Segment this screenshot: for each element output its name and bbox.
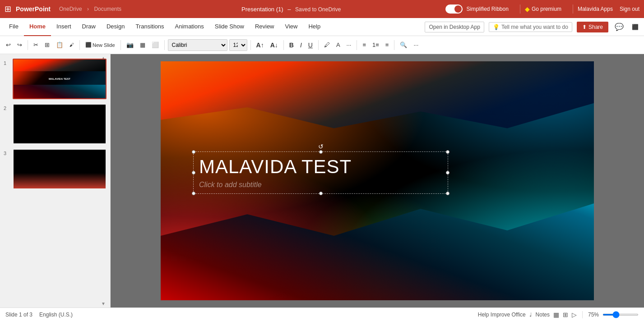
slide-1-thumbnail[interactable]: MALAVIDA TEST (13, 59, 107, 99)
tab-review[interactable]: Review (250, 18, 280, 36)
tab-home[interactable]: Home (24, 18, 51, 36)
cut-button[interactable]: ✂ (31, 40, 41, 50)
increase-font-button[interactable]: A↑ (254, 40, 266, 50)
simplified-ribbon-switch[interactable] (445, 5, 463, 14)
handle-top-right[interactable] (446, 150, 449, 154)
zoom-slider[interactable] (602, 314, 639, 316)
tab-transitions[interactable]: Transitions (130, 18, 169, 36)
align-button[interactable]: ≡ (383, 40, 391, 50)
go-premium-button[interactable]: ◆ Go premium (525, 5, 561, 13)
divider (520, 5, 520, 14)
app-grid-icon[interactable]: ⊞ (5, 4, 11, 14)
handle-top-left[interactable] (192, 150, 195, 154)
toolbar-sep-5 (250, 40, 251, 50)
open-desktop-button[interactable]: Open in Desktop App (425, 22, 484, 32)
slide-3-container: 3 (4, 149, 107, 189)
app-name: PowerPoint (16, 5, 51, 13)
share-label: Share (588, 24, 603, 30)
handle-middle-left[interactable] (192, 171, 195, 174)
tab-help[interactable]: Help (303, 18, 326, 36)
canvas-area: ↺ MALAVIDA TEST Click to add subtitle (111, 54, 644, 307)
onedrive-link[interactable]: OneDrive (59, 6, 82, 12)
more-toolbar-button[interactable]: ··· (411, 40, 421, 50)
toolbar-sep-2 (79, 40, 80, 50)
slide-1-number: 1 (4, 59, 10, 66)
slide-1-title-thumb: MALAVIDA TEST (49, 78, 70, 80)
crop-button[interactable]: ⬜ (149, 40, 161, 50)
search-box[interactable]: 💡 Tell me what you want to do (489, 22, 572, 32)
sign-out-button[interactable]: Sign out (620, 6, 639, 12)
slide-sorter-button[interactable]: ⊞ (563, 311, 568, 318)
tab-slideshow[interactable]: Slide Show (209, 18, 250, 36)
tab-design[interactable]: Design (101, 18, 130, 36)
font-size-selector[interactable]: 12 14 16 18 24 36 (229, 39, 247, 51)
more-options-button[interactable]: ⬛ (630, 22, 640, 32)
more-text-button[interactable]: ··· (344, 40, 354, 50)
toolbar: ↩ ↪ ✂ ⊞ 📋 🖌 ⬛ New Slide 📷 ▦ ⬜ Calibri Ar… (0, 36, 644, 54)
toolbar-sep-8 (357, 40, 357, 50)
highlight-button[interactable]: 🖊 (322, 40, 332, 50)
undo-button[interactable]: ↩ (4, 40, 13, 50)
search-placeholder-text: Tell me what you want to do (501, 24, 568, 30)
tab-animations[interactable]: Animations (170, 18, 209, 36)
simplified-ribbon-toggle[interactable]: Simplified Ribbon (445, 5, 508, 14)
malavida-apps-link[interactable]: Malavida Apps (578, 6, 613, 12)
slide-2-thumbnail[interactable] (13, 104, 107, 144)
font-color-button[interactable]: A (334, 40, 343, 50)
format-painter-button[interactable]: 🖌 (67, 41, 76, 49)
bold-button[interactable]: B (287, 40, 296, 50)
lightbulb-icon: 💡 (493, 24, 500, 30)
tab-view[interactable]: View (280, 18, 303, 36)
tab-draw[interactable]: Draw (77, 18, 101, 36)
zoom-level: 75% (588, 312, 599, 318)
reading-view-button[interactable]: ▷ (572, 311, 577, 318)
documents-link[interactable]: Documents (94, 6, 121, 12)
slide-subtitle-text[interactable]: Click to add subtitle (199, 181, 442, 189)
rotate-handle[interactable]: ↺ (318, 143, 324, 150)
redo-button[interactable]: ↪ (15, 40, 24, 50)
handle-middle-right[interactable] (446, 171, 449, 174)
layout-button[interactable]: ▦ (138, 40, 148, 50)
new-slide-button[interactable]: ⬛ New Slide (83, 41, 117, 49)
toolbar-sep-3 (120, 40, 121, 50)
bullets-button[interactable]: ≡ (360, 40, 368, 50)
screenshot-button[interactable]: 📷 (124, 40, 136, 50)
tab-insert[interactable]: Insert (51, 18, 77, 36)
font-name-selector[interactable]: Calibri Arial Times New Roman (168, 39, 227, 51)
notes-button[interactable]: Notes (536, 312, 550, 318)
slide-title-text[interactable]: MALAVIDA TEST (199, 156, 442, 177)
numbering-button[interactable]: 1≡ (370, 40, 381, 50)
search-area: Open in Desktop App 💡 Tell me what you w… (425, 21, 640, 33)
slide-title-textbox[interactable]: ↺ MALAVIDA TEST Click to add subtitle (193, 151, 448, 194)
diamond-icon: ◆ (525, 5, 530, 13)
toolbar-sep-6 (283, 40, 284, 50)
copy-button[interactable]: ⊞ (42, 40, 52, 50)
toolbar-sep-7 (318, 40, 319, 50)
main-layout: ▲ 1 MALAVIDA TEST 2 3 (0, 54, 644, 307)
italic-button[interactable]: I (298, 40, 304, 50)
status-sep (582, 311, 583, 318)
toolbar-sep-1 (28, 40, 28, 50)
tab-file[interactable]: File (4, 18, 24, 36)
help-improve-label[interactable]: Help Improve Office (478, 312, 526, 318)
paste-button[interactable]: 📋 (54, 40, 65, 50)
search-replace-button[interactable]: 🔍 (398, 40, 409, 50)
share-button[interactable]: ⬆ Share (577, 22, 608, 32)
slide-1-container: 1 MALAVIDA TEST (4, 59, 107, 99)
ribbon: File Home Insert Draw Design Transitions… (0, 18, 644, 36)
decrease-font-button[interactable]: A↓ (268, 40, 280, 50)
premium-label: Go premium (532, 6, 561, 12)
handle-bottom-center[interactable] (319, 192, 323, 195)
language-info: English (U.S.) (39, 312, 73, 318)
toolbar-sep-4 (164, 40, 165, 50)
comment-button[interactable]: 💬 (613, 21, 625, 33)
title-right: Malavida Apps Sign out (578, 6, 639, 12)
handle-top-center[interactable] (319, 150, 323, 154)
underline-button[interactable]: U (306, 40, 315, 50)
scroll-down-button[interactable]: ▼ (101, 301, 106, 306)
slide-2-number: 2 (4, 104, 10, 111)
slide-2-container: 2 (4, 104, 107, 144)
slide-3-thumbnail[interactable] (13, 149, 107, 189)
normal-view-button[interactable]: ▦ (553, 311, 559, 318)
slide-canvas[interactable]: ↺ MALAVIDA TEST Click to add subtitle (161, 61, 594, 300)
